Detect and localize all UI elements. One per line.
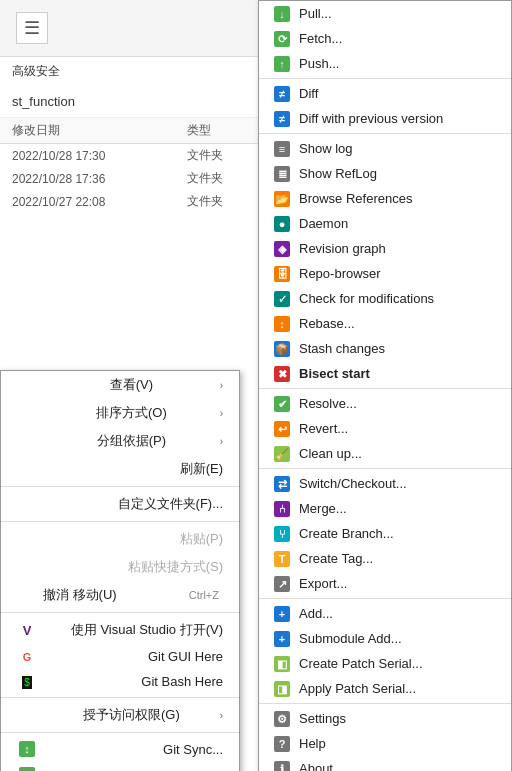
left-menu-separator xyxy=(1,612,239,613)
reflog-icon: ≣ xyxy=(271,165,293,182)
right-menu-item-revision[interactable]: ◈ Revision graph xyxy=(259,236,511,261)
menu-label: Fetch... xyxy=(299,31,342,46)
menu-separator xyxy=(259,468,511,469)
menu-label: Create Patch Serial... xyxy=(299,656,423,671)
right-menu-item-push[interactable]: ↑ Push... xyxy=(259,51,511,76)
menu-label: Diff with previous version xyxy=(299,111,443,126)
menu-label: Revision graph xyxy=(299,241,386,256)
right-menu-item-reflog[interactable]: ≣ Show RefLog xyxy=(259,161,511,186)
menu-label: Show log xyxy=(299,141,352,156)
left-menu-label: 使用 Visual Studio 打开(V) xyxy=(71,621,223,639)
right-menu-item-check[interactable]: ✓ Check for modifications xyxy=(259,286,511,311)
right-menu-item-browse-ref[interactable]: 📂 Browse References xyxy=(259,186,511,211)
left-menu-item[interactable]: G Git GUI Here xyxy=(1,644,239,669)
menu-label: Merge... xyxy=(299,501,347,516)
left-menu-item[interactable]: 自定义文件夹(F)... xyxy=(1,490,239,518)
revision-icon: ◈ xyxy=(271,240,293,257)
file-type: 文件夹 xyxy=(187,193,247,210)
right-menu-item-submodule[interactable]: + Submodule Add... xyxy=(259,626,511,651)
right-menu-item-tag[interactable]: T Create Tag... xyxy=(259,546,511,571)
left-menu-label: 授予访问权限(G) xyxy=(83,706,180,724)
right-menu-item-switch[interactable]: ⇄ Switch/Checkout... xyxy=(259,471,511,496)
right-menu-item-apply-patch[interactable]: ◨ Apply Patch Serial... xyxy=(259,676,511,701)
file-type: 文件夹 xyxy=(187,147,247,164)
check-icon: ✓ xyxy=(271,290,293,307)
left-menu-item[interactable]: 粘贴快捷方式(S) xyxy=(1,553,239,581)
left-menu-item[interactable]: 分组依据(P) › xyxy=(1,427,239,455)
left-menu-item[interactable]: 撤消 移动(U) Ctrl+Z xyxy=(1,581,239,609)
menu-label: Rebase... xyxy=(299,316,355,331)
left-menu-item[interactable]: 粘贴(P) xyxy=(1,525,239,553)
left-menu-separator xyxy=(1,486,239,487)
menu-separator xyxy=(259,703,511,704)
right-menu-item-merge[interactable]: ⑃ Merge... xyxy=(259,496,511,521)
right-menu-item-patch[interactable]: ◧ Create Patch Serial... xyxy=(259,651,511,676)
menu-icon: G xyxy=(17,649,37,664)
file-item[interactable]: 2022/10/28 17:36 文件夹 xyxy=(0,167,259,190)
menu-label: Check for modifications xyxy=(299,291,434,306)
right-menu-item-stash[interactable]: 📦 Stash changes xyxy=(259,336,511,361)
right-menu-item-resolve[interactable]: ✔ Resolve... xyxy=(259,391,511,416)
left-menu-label: 粘贴快捷方式(S) xyxy=(128,558,223,576)
menu-label: Browse References xyxy=(299,191,412,206)
explorer-header: ☰ xyxy=(0,0,259,57)
right-menu-item-diff[interactable]: ≠ Diff with previous version xyxy=(259,106,511,131)
menu-icon: $ xyxy=(17,674,37,689)
fetch-icon: ⟳ xyxy=(271,30,293,47)
left-menu-item[interactable]: 刷新(E) xyxy=(1,455,239,483)
left-menu-label: 排序方式(O) xyxy=(96,404,167,422)
right-menu-item-log[interactable]: ≡ Show log xyxy=(259,136,511,161)
menu-label: Switch/Checkout... xyxy=(299,476,407,491)
right-menu-item-settings[interactable]: ⚙ Settings xyxy=(259,706,511,731)
left-menu-label: Git Commit -> "master"... xyxy=(79,768,223,772)
repo-icon: 🗄 xyxy=(271,265,293,282)
left-menu-item[interactable]: 排序方式(O) › xyxy=(1,399,239,427)
file-item[interactable]: 2022/10/27 22:08 文件夹 xyxy=(0,190,259,213)
left-menu-label: 撤消 移动(U) xyxy=(43,586,117,604)
col-type-header: 类型 xyxy=(187,122,247,139)
right-menu-item-repo[interactable]: 🗄 Repo-browser xyxy=(259,261,511,286)
right-menu-item-daemon[interactable]: ● Daemon xyxy=(259,211,511,236)
right-menu-item-export[interactable]: ↗ Export... xyxy=(259,571,511,596)
help-icon: ? xyxy=(271,735,293,752)
right-menu-item-clean[interactable]: 🧹 Clean up... xyxy=(259,441,511,466)
left-menu-label: 粘贴(P) xyxy=(180,530,223,548)
apply-patch-icon: ◨ xyxy=(271,680,293,697)
left-menu-item[interactable]: V 使用 Visual Studio 打开(V) xyxy=(1,616,239,644)
left-menu-item[interactable]: 查看(V) › xyxy=(1,371,239,399)
menu-separator xyxy=(259,388,511,389)
menu-icon: ✔ xyxy=(17,767,37,771)
menu-label: Settings xyxy=(299,711,346,726)
menu-label: Create Tag... xyxy=(299,551,373,566)
right-menu-item-branch[interactable]: ⑂ Create Branch... xyxy=(259,521,511,546)
menu-label: Daemon xyxy=(299,216,348,231)
file-list: 2022/10/28 17:30 文件夹 2022/10/28 17:36 文件… xyxy=(0,144,259,213)
right-menu-item-fetch[interactable]: ⟳ Fetch... xyxy=(259,26,511,51)
patch-icon: ◧ xyxy=(271,655,293,672)
resolve-icon: ✔ xyxy=(271,395,293,412)
right-menu-item-diff[interactable]: ≠ Diff xyxy=(259,81,511,106)
right-menu-item-about[interactable]: ℹ About xyxy=(259,756,511,771)
toolbar-icon: ☰ xyxy=(16,12,48,44)
left-menu-item[interactable]: ✔ Git Commit -> "master"... xyxy=(1,762,239,771)
left-menu-item[interactable]: ↕ Git Sync... xyxy=(1,736,239,762)
right-menu-item-rebase[interactable]: ↕ Rebase... xyxy=(259,311,511,336)
right-menu-item-pull[interactable]: ↓ Pull... xyxy=(259,1,511,26)
security-label: 高级安全 xyxy=(0,57,259,86)
right-menu-item-help[interactable]: ? Help xyxy=(259,731,511,756)
file-item[interactable]: 2022/10/28 17:30 文件夹 xyxy=(0,144,259,167)
left-menu-label: Git GUI Here xyxy=(148,649,223,664)
add-icon: + xyxy=(271,605,293,622)
right-menu-item-bisect[interactable]: ✖ Bisect start xyxy=(259,361,511,386)
menu-label: Submodule Add... xyxy=(299,631,402,646)
menu-label: Bisect start xyxy=(299,366,370,381)
menu-label: Stash changes xyxy=(299,341,385,356)
submenu-arrow: › xyxy=(220,408,223,419)
left-menu-label: 自定义文件夹(F)... xyxy=(118,495,223,513)
file-list-header: 修改日期 类型 xyxy=(0,118,259,144)
right-menu-item-add[interactable]: + Add... xyxy=(259,601,511,626)
right-menu-item-revert[interactable]: ↩ Revert... xyxy=(259,416,511,441)
diff-icon: ≠ xyxy=(271,85,293,102)
left-menu-item[interactable]: 授予访问权限(G) › xyxy=(1,701,239,729)
left-menu-item[interactable]: $ Git Bash Here xyxy=(1,669,239,694)
